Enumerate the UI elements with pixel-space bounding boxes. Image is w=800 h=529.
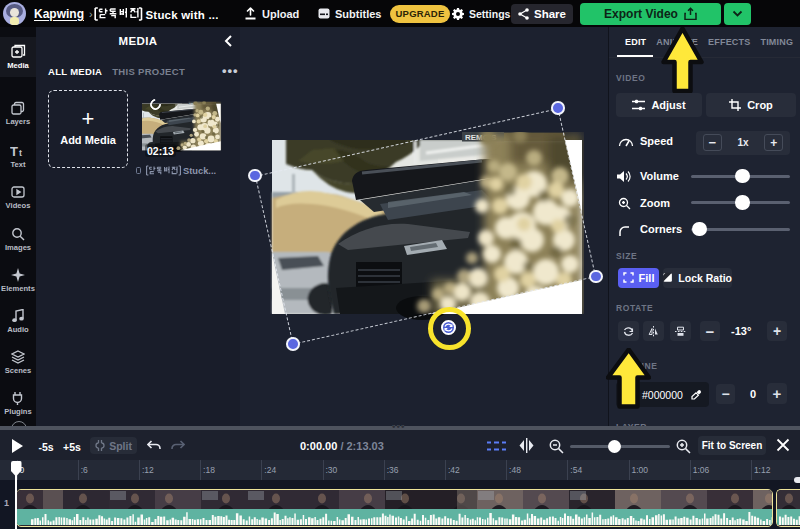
svg-text:T: T [10,144,18,158]
svg-text:Stuck...: Stuck... [183,166,216,176]
svg-text:t: t [19,148,22,158]
svg-text:Stuck with ...: Stuck with ... [146,8,219,20]
